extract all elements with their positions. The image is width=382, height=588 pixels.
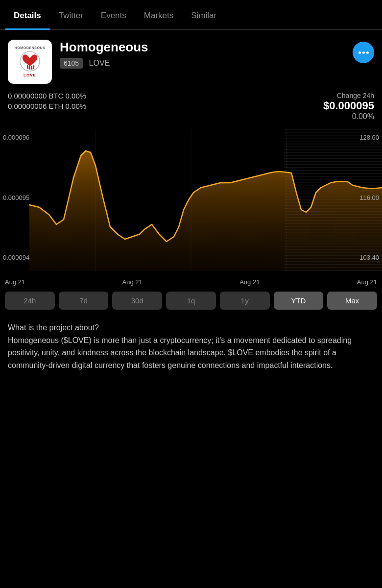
price-right: Change 24h $0.000095 0.00% (323, 92, 374, 121)
time-filters: 24h 7d 30d 1q 1y YTD Max (0, 286, 382, 318)
chart-date-1: Aug 21 (5, 278, 25, 286)
nav-tabs: Details Twitter Events Markets Similar (0, 0, 382, 30)
price-chart: 0.000096 0.000095 0.000094 128.60 116.00… (0, 129, 382, 286)
eth-price-line: 0.00000006 ETH 0.00% (8, 102, 86, 110)
chart-svg-wrapper (0, 129, 382, 271)
time-btn-30d[interactable]: 30d (112, 292, 162, 310)
chart-left-labels: 0.000096 0.000095 0.000094 (3, 129, 29, 266)
time-btn-ytd[interactable]: YTD (274, 292, 324, 310)
tab-markets[interactable]: Markets (135, 0, 182, 29)
more-dots-icon (358, 51, 369, 54)
chart-right-mid: 116.00 (359, 194, 379, 201)
time-btn-7d[interactable]: 7d (59, 292, 109, 310)
chart-bottom-labels: Aug 21 Aug 21 Aug 21 Aug 21 (0, 278, 382, 286)
chart-date-4: Aug 21 (357, 278, 377, 286)
logo-top-text: HOMOGENEOUS (15, 46, 45, 49)
price-left: 0.00000000 BTC 0.00% 0.00000006 ETH 0.00… (8, 92, 86, 121)
time-btn-1y[interactable]: 1y (220, 292, 270, 310)
description-text: What is the project about? Homogeneous (… (8, 321, 374, 371)
logo-bottom-text: LOVE (24, 73, 36, 77)
coin-rank: 6105 (60, 58, 83, 69)
time-btn-1q[interactable]: 1q (166, 292, 216, 310)
chart-label-low: 0.000094 (3, 254, 29, 261)
tab-events[interactable]: Events (92, 0, 135, 29)
description-section: What is the project about? Homogeneous (… (0, 318, 382, 383)
coin-name: Homogeneous (60, 40, 345, 55)
time-btn-24h[interactable]: 24h (5, 292, 55, 310)
description-body: Homogeneous ($LOVE) is more than just a … (8, 336, 352, 369)
chart-right-high: 128.60 (359, 134, 379, 141)
chart-date-2: Aug 21 (122, 278, 143, 286)
description-question: What is the project about? (8, 323, 99, 332)
svg-rect-4 (32, 65, 34, 69)
more-button[interactable] (353, 42, 374, 63)
change-label: Change 24h (323, 92, 374, 99)
svg-rect-3 (31, 66, 32, 70)
coin-name-section: Homogeneous 6105 LOVE (60, 40, 345, 69)
chart-date-3: Aug 21 (239, 278, 260, 286)
tab-similar[interactable]: Similar (182, 0, 225, 29)
chart-right-labels: 128.60 116.00 103.40 (359, 129, 379, 266)
chart-label-high: 0.000096 (3, 134, 29, 141)
tab-twitter[interactable]: Twitter (50, 0, 92, 29)
coin-header: HOMOGENEOUS LOVE Homogeneous 6105 (0, 30, 382, 92)
coin-logo: HOMOGENEOUS LOVE (8, 40, 52, 84)
svg-rect-2 (29, 66, 30, 70)
coin-symbol: LOVE (89, 59, 110, 67)
chart-label-mid: 0.000095 (3, 194, 29, 201)
logo-heart (15, 49, 45, 73)
price-section: 0.00000000 BTC 0.00% 0.00000006 ETH 0.00… (0, 92, 382, 129)
svg-rect-1 (26, 65, 28, 69)
usd-price: $0.000095 (323, 99, 374, 112)
chart-right-low: 103.40 (359, 254, 379, 261)
btc-price-line: 0.00000000 BTC 0.00% (8, 92, 86, 100)
usd-change: 0.00% (323, 112, 374, 121)
time-btn-max[interactable]: Max (327, 292, 377, 310)
tab-details[interactable]: Details (5, 0, 50, 29)
